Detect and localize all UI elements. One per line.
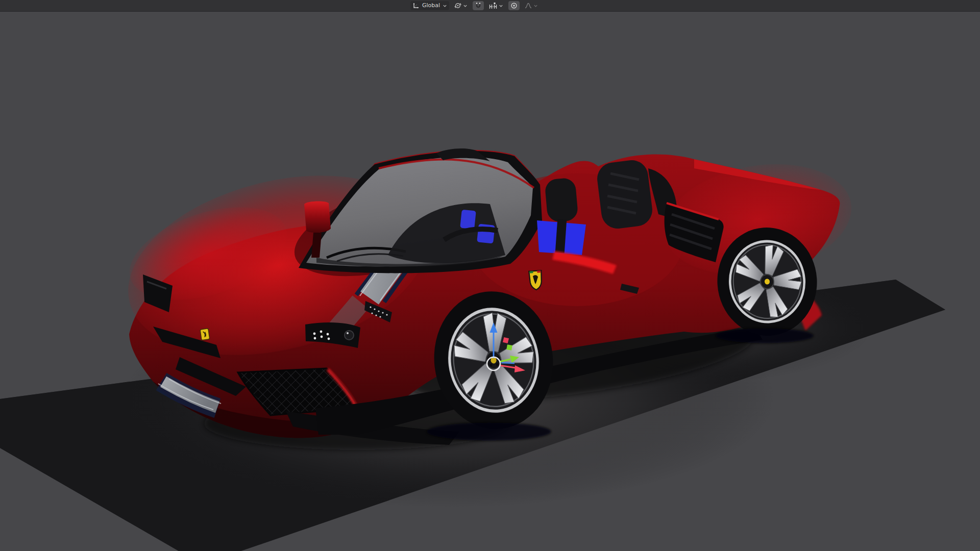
driver-headrest bbox=[544, 178, 578, 223]
orientation-label: Global bbox=[421, 1, 441, 10]
passenger-seat bbox=[595, 158, 654, 230]
transform-orientation-dropdown[interactable]: Global bbox=[410, 1, 449, 10]
viewport-3d[interactable] bbox=[0, 11, 980, 551]
proportional-editing-icon bbox=[510, 2, 518, 9]
snap-toggle-button[interactable] bbox=[473, 1, 484, 10]
nose-badge bbox=[200, 329, 210, 340]
snap-target-dropdown[interactable] bbox=[487, 1, 505, 10]
viewport-header-center-cluster: Global bbox=[410, 1, 540, 11]
blender-window: Global bbox=[0, 0, 980, 551]
chevron-down-icon bbox=[533, 4, 538, 8]
gizmo-z-plane-handle[interactable] bbox=[501, 363, 514, 363]
transform-orientation-icon bbox=[412, 2, 420, 9]
viewport-canvas[interactable] bbox=[0, 11, 980, 551]
chevron-down-icon bbox=[463, 4, 468, 8]
proportional-editing-toggle[interactable] bbox=[508, 1, 520, 10]
pivot-point-icon bbox=[454, 2, 461, 9]
magnet-icon bbox=[475, 2, 482, 9]
proportional-falloff-dropdown[interactable] bbox=[523, 1, 540, 10]
falloff-curve-icon bbox=[525, 2, 532, 9]
chevron-down-icon bbox=[443, 4, 447, 8]
pivot-point-dropdown[interactable] bbox=[452, 1, 470, 10]
chevron-down-icon bbox=[499, 4, 503, 8]
gizmo-plane-handle-green[interactable] bbox=[506, 344, 512, 350]
snap-increment-icon bbox=[489, 2, 497, 9]
viewport-header: Global bbox=[0, 0, 980, 12]
